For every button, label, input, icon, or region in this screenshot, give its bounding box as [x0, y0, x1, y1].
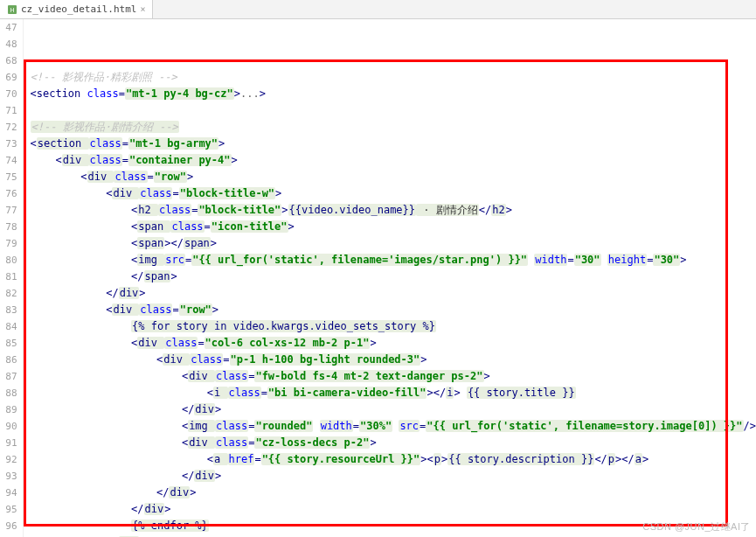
code-line[interactable]: <div class="col-6 col-xs-12 mb-2 p-1"> — [31, 335, 756, 352]
code-line[interactable]: <span class="icon-title"> — [31, 219, 756, 235]
line-number: 91 — [0, 435, 17, 451]
code-line[interactable]: <h2 class="block-title">{{video.video_na… — [31, 202, 756, 219]
line-number: 80 — [0, 252, 17, 268]
code-line[interactable]: <div class="p-1 h-100 bg-light rounded-3… — [31, 352, 756, 368]
line-number: 73 — [0, 136, 17, 152]
line-number: 86 — [0, 352, 17, 368]
code-line[interactable]: <div class="row"> — [31, 169, 756, 185]
code-line[interactable]: <a href="{{ story.resourceUrl }}"><p>{{ … — [31, 451, 756, 468]
code-line[interactable]: </div> — [31, 485, 756, 501]
code-line[interactable]: <div class="fw-bold fs-4 mt-2 text-dange… — [31, 368, 756, 385]
line-number: 72 — [0, 119, 17, 136]
code-line[interactable]: <div class="cz-loss-decs p-2"> — [31, 435, 756, 451]
line-number: 77 — [0, 202, 17, 219]
line-number: 75 — [0, 169, 17, 185]
code-line[interactable]: <div class="row"> — [31, 302, 756, 318]
line-number: 74 — [0, 152, 17, 169]
line-number: 89 — [0, 401, 17, 418]
code-line[interactable]: <div class="block-title-w"> — [31, 185, 756, 202]
file-tab-label: cz_video_detail.html — [21, 3, 136, 15]
html-file-icon: H — [7, 4, 17, 15]
line-number: 94 — [0, 485, 17, 501]
code-line[interactable]: <div class="container py-4"> — [31, 152, 756, 169]
tab-bar: H cz_video_detail.html × — [0, 0, 756, 19]
code-line[interactable]: {% for story in video.kwargs.video_sets_… — [31, 318, 756, 335]
line-number: 68 — [0, 52, 17, 69]
line-number-gutter: 4748686970717273747576777879808182838485… — [0, 19, 24, 537]
line-number: 76 — [0, 185, 17, 202]
line-number: 93 — [0, 468, 17, 485]
code-line[interactable]: </span> — [31, 268, 756, 285]
code-line[interactable]: <span></span> — [31, 235, 756, 252]
code-line[interactable]: <section class="mt-1 py-4 bg-cz">...> — [31, 86, 756, 102]
code-line[interactable] — [31, 102, 756, 119]
code-line[interactable]: <i class="bi bi-camera-video-fill"></i> … — [31, 385, 756, 401]
line-number: 83 — [0, 302, 17, 318]
file-tab[interactable]: H cz_video_detail.html × — [0, 0, 153, 18]
line-number: 96 — [0, 518, 17, 534]
watermark-text: CSDN @JUN_过继AI了 — [642, 520, 751, 534]
line-number: 81 — [0, 268, 17, 285]
code-line[interactable]: </div> — [31, 285, 756, 302]
line-number: 88 — [0, 385, 17, 401]
code-line[interactable]: <img class="rounded" width="30%" src="{{… — [31, 418, 756, 435]
line-number: 90 — [0, 418, 17, 435]
line-number: 84 — [0, 318, 17, 335]
code-area[interactable]: <!-- 影视作品·精彩剧照 --><section class="mt-1 p… — [24, 19, 756, 537]
line-number: 78 — [0, 219, 17, 235]
code-line[interactable]: </div> — [31, 501, 756, 518]
code-line[interactable]: <section class="mt-1 bg-army"> — [31, 136, 756, 152]
code-line[interactable]: <img src="{{ url_for('static', filename=… — [31, 252, 756, 268]
code-line[interactable]: </div> — [31, 468, 756, 485]
line-number: 71 — [0, 102, 17, 119]
line-number: 85 — [0, 335, 17, 352]
line-number: 82 — [0, 285, 17, 302]
editor: 4748686970717273747576777879808182838485… — [0, 19, 756, 537]
ide-frame: H cz_video_detail.html × 474868697071727… — [0, 0, 756, 537]
svg-text:H: H — [10, 7, 14, 13]
close-icon[interactable]: × — [140, 4, 145, 14]
line-number: 95 — [0, 501, 17, 518]
line-number: 87 — [0, 368, 17, 385]
line-number: 48 — [0, 36, 17, 52]
line-number: 79 — [0, 235, 17, 252]
line-number: 69 — [0, 69, 17, 86]
code-line[interactable]: </div> — [31, 401, 756, 418]
line-number: 70 — [0, 86, 17, 102]
line-number: 47 — [0, 19, 17, 36]
code-line[interactable]: <!-- 影视作品·剧情介绍 --> — [31, 119, 756, 136]
code-line[interactable]: <!-- 影视作品·精彩剧照 --> — [31, 69, 756, 86]
line-number: 92 — [0, 451, 17, 468]
